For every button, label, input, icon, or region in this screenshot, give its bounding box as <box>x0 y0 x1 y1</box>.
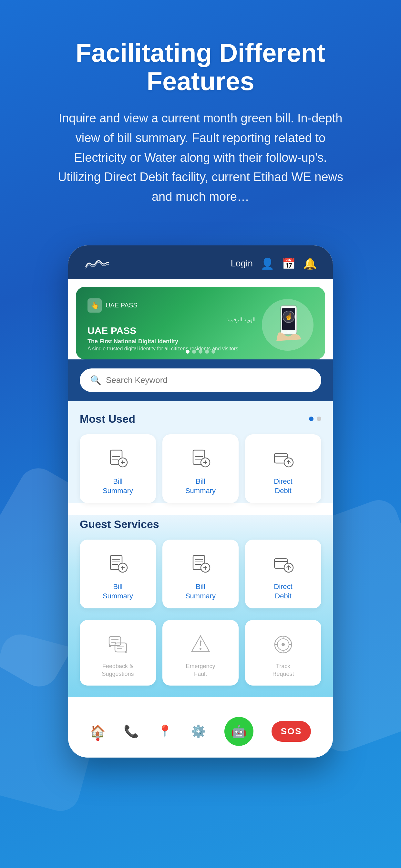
search-bar[interactable]: 🔍 <box>80 368 321 392</box>
uae-pass-icon: 👆 <box>88 299 102 313</box>
guest-label-5: TrackRequest <box>272 662 294 678</box>
guest-bill-icon-0 <box>105 551 131 577</box>
svg-point-2 <box>287 330 290 334</box>
page-subtitle: Inquire and view a current month green b… <box>55 108 346 207</box>
nav-active-indicator <box>96 738 99 741</box>
banner-dot-4 <box>205 350 209 353</box>
guest-bill-icon-1 <box>188 551 213 577</box>
guest-item-1[interactable]: BillSummary <box>162 539 239 609</box>
most-used-item-0[interactable]: BillSummary <box>80 434 156 503</box>
search-input[interactable] <box>106 375 311 385</box>
banner-dot-3 <box>198 350 203 353</box>
sos-label: SOS <box>281 726 302 736</box>
banner-desc2: A single trusted digital identity for al… <box>88 346 255 352</box>
chat-button[interactable]: 🤖 <box>224 717 253 746</box>
guest-services-title: Guest Services <box>80 518 159 531</box>
nav-phone[interactable]: 📞 <box>124 724 139 739</box>
search-icon: 🔍 <box>90 375 101 385</box>
emergency-icon <box>188 631 213 657</box>
nav-home[interactable]: 🏠 <box>90 724 105 739</box>
guest-item-2[interactable]: DirectDebit <box>245 539 321 609</box>
direct-debit-icon-0 <box>270 446 296 472</box>
guest-debit-icon <box>270 551 296 577</box>
phone-frame: Login 👤 📅 🔔 👆 UAE PASS الهوية الرقمية UA… <box>68 245 333 757</box>
banner-pagination <box>186 350 215 353</box>
bill-summary-icon-0 <box>105 446 131 472</box>
banner-desc1: The First National Digital Identity <box>88 338 255 345</box>
nav-settings[interactable]: ⚙️ <box>191 724 206 739</box>
page-title: Facilitating Different Features <box>26 39 375 96</box>
search-section: 🔍 <box>68 360 333 401</box>
guest-item-4[interactable]: EmergencyFault <box>162 620 239 686</box>
banner-dot-2 <box>192 350 196 353</box>
location-icon: 📍 <box>157 724 173 739</box>
guest-label-4: EmergencyFault <box>186 662 215 678</box>
uae-pass-logo: 👆 UAE PASS <box>88 299 255 313</box>
guest-services-section: Guest Services <box>68 515 333 697</box>
user-icon[interactable]: 👤 <box>260 257 274 270</box>
most-used-dot-1 <box>309 416 313 421</box>
most-used-title: Most Used <box>80 413 135 425</box>
home-icon: 🏠 <box>90 724 105 739</box>
banner-content-left: 👆 UAE PASS الهوية الرقمية UAE PASS The F… <box>88 299 255 352</box>
uae-pass-banner[interactable]: 👆 UAE PASS الهوية الرقمية UAE PASS The F… <box>76 287 325 360</box>
track-icon <box>270 631 296 657</box>
phone-hand-svg: ☝ <box>272 304 304 346</box>
bottom-navigation: 🏠 📞 📍 ⚙️ 🤖 SOS <box>68 709 333 757</box>
most-used-section: Most Used <box>68 401 333 503</box>
guest-services-grid-bottom: Feedback &Suggestions EmergencyFault <box>80 620 321 697</box>
phone-mockup-wrapper: Login 👤 📅 🔔 👆 UAE PASS الهوية الرقمية UA… <box>0 226 401 796</box>
guest-label-2: DirectDebit <box>274 582 292 600</box>
guest-item-5[interactable]: TrackRequest <box>245 620 321 686</box>
most-used-grid: BillSummary <box>80 434 321 503</box>
banner-dot-5 <box>212 350 215 353</box>
most-used-item-1[interactable]: BillSummary <box>162 434 239 503</box>
app-logo <box>84 258 110 269</box>
nav-location[interactable]: 📍 <box>157 724 173 739</box>
phone-icon: 📞 <box>124 724 139 739</box>
guest-services-header: Guest Services <box>80 515 321 531</box>
most-used-pagination <box>309 416 321 421</box>
banner-title: UAE PASS <box>88 325 255 336</box>
sos-button[interactable]: SOS <box>272 721 311 742</box>
svg-text:☝: ☝ <box>285 313 293 320</box>
calendar-icon[interactable]: 📅 <box>282 257 296 270</box>
login-label[interactable]: Login <box>230 258 253 269</box>
svg-point-53 <box>281 643 285 646</box>
banner-ar: الهوية الرقمية <box>88 316 255 322</box>
most-used-dot-2 <box>317 416 321 421</box>
most-used-label-2: DirectDebit <box>274 477 292 495</box>
bill-summary-icon-1 <box>188 446 213 472</box>
header-right: Login 👤 📅 🔔 <box>230 257 317 270</box>
guest-item-3[interactable]: Feedback &Suggestions <box>80 620 156 686</box>
guest-label-1: BillSummary <box>185 582 216 600</box>
settings-icon: ⚙️ <box>191 724 206 739</box>
most-used-label-1: BillSummary <box>185 477 216 495</box>
guest-label-0: BillSummary <box>103 582 133 600</box>
svg-point-50 <box>199 648 202 650</box>
banner-phone-visual: ☝ <box>262 299 313 351</box>
notification-icon[interactable]: 🔔 <box>303 257 317 270</box>
most-used-header: Most Used <box>80 413 321 425</box>
guest-services-grid-top: BillSummary <box>80 539 321 609</box>
phone-header: Login 👤 📅 🔔 <box>68 245 333 279</box>
feedback-icon <box>105 631 131 657</box>
banner-dot-1 <box>186 350 189 353</box>
logo-wave-svg <box>84 258 110 269</box>
most-used-label-0: BillSummary <box>103 477 133 495</box>
top-section: Facilitating Different Features Inquire … <box>0 0 401 226</box>
most-used-item-2[interactable]: DirectDebit <box>245 434 321 503</box>
uae-pass-sublabel: UAE PASS <box>105 302 137 309</box>
guest-item-0[interactable]: BillSummary <box>80 539 156 609</box>
guest-label-3: Feedback &Suggestions <box>102 662 134 678</box>
chat-icon: 🤖 <box>231 724 246 739</box>
